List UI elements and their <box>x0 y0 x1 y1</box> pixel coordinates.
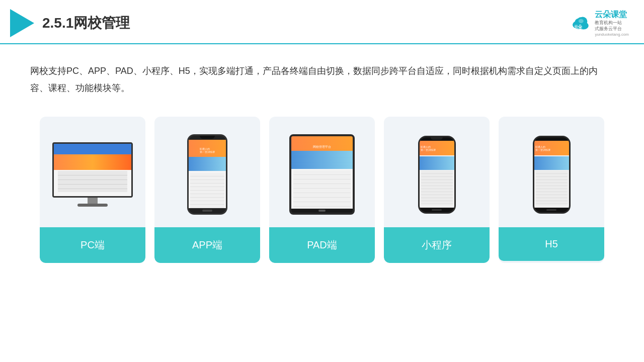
brand-logo: 云朵 云朵课堂 教育机构一站 式服务云平台 yunduoketang.com <box>570 10 629 36</box>
header-right: 云朵 云朵课堂 教育机构一站 式服务云平台 yunduoketang.com <box>570 10 629 36</box>
header-left: 2.5.1网校管理 <box>10 9 130 37</box>
card-app[interactable]: 职通人的第一堂训练课 APP端 <box>154 117 260 263</box>
card-pad[interactable]: 网校管理平台 PAD端 <box>269 117 375 263</box>
pad-tablet: 网校管理平台 <box>289 134 355 215</box>
card-miniprogram[interactable]: 职通人的第一堂训练课 小程序 <box>384 117 490 263</box>
pc-screen <box>52 142 133 198</box>
description-content: 网校支持PC、APP、PAD、小程序、H5，实现多端打通，产品各终端自由切换，数… <box>30 66 598 93</box>
card-h5[interactable]: 职通人的第一堂训练课 H5 <box>499 117 604 263</box>
card-h5-label: H5 <box>499 227 604 261</box>
description-text: 网校支持PC、APP、PAD、小程序、H5，实现多端打通，产品各终端自由切换，数… <box>0 44 644 107</box>
brand-text: 云朵课堂 教育机构一站 式服务云平台 yunduoketang.com <box>595 10 629 36</box>
card-miniprogram-image: 职通人的第一堂训练课 <box>384 117 490 227</box>
cloud-icon: 云朵 <box>570 16 592 31</box>
card-h5-image: 职通人的第一堂训练课 <box>499 117 604 227</box>
svg-point-5 <box>579 19 584 23</box>
app-phone: 职通人的第一堂训练课 <box>187 134 227 215</box>
brand-sub1: 教育机构一站 式服务云平台 <box>595 20 622 32</box>
brand-url: yunduoketang.com <box>595 32 629 37</box>
card-pc-image <box>40 117 145 227</box>
card-pc-label: PC端 <box>40 227 145 263</box>
card-miniprogram-label: 小程序 <box>384 227 490 263</box>
miniprogram-phone: 职通人的第一堂训练课 <box>418 136 456 214</box>
cards-container: PC端 职通人的第一堂训练课 APP端 网校管理平台 PAD端 <box>0 107 644 273</box>
card-pc[interactable]: PC端 <box>40 117 145 263</box>
svg-text:云朵: 云朵 <box>575 24 583 29</box>
logo-triangle-icon <box>10 9 34 37</box>
card-pad-label: PAD端 <box>269 227 375 263</box>
card-pad-image: 网校管理平台 <box>269 117 375 227</box>
page-header: 2.5.1网校管理 云朵 云朵课堂 教育机构一站 式服务云平台 yunduoke… <box>0 0 644 44</box>
h5-phone: 职通人的第一堂训练课 <box>533 136 571 214</box>
card-app-label: APP端 <box>154 227 260 263</box>
brand-name: 云朵课堂 <box>595 10 627 20</box>
card-app-image: 职通人的第一堂训练课 <box>154 117 260 227</box>
page-title: 2.5.1网校管理 <box>42 14 130 33</box>
